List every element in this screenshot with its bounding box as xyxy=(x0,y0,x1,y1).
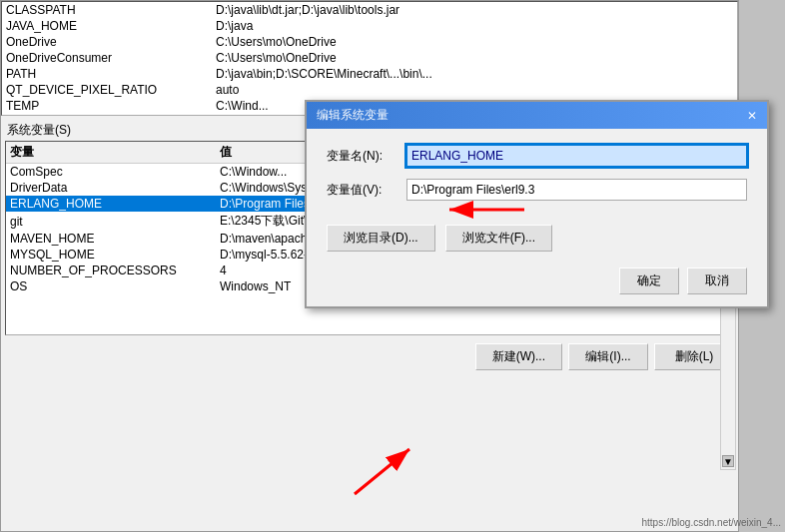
var-name-row: 变量名(N): xyxy=(327,145,747,167)
header-name: 变量 xyxy=(10,144,220,161)
var-name: OneDriveConsumer xyxy=(6,51,216,65)
var-name: PATH xyxy=(6,67,216,81)
var-name-input[interactable] xyxy=(406,145,747,167)
var-name: OS xyxy=(10,279,220,293)
list-item[interactable]: OneDriveConsumer C:\Users\mo\OneDrive xyxy=(2,50,737,66)
var-name: OneDrive xyxy=(6,35,216,49)
dialog-button-row: 浏览目录(D)... 浏览文件(F)... xyxy=(307,225,767,264)
ok-button[interactable]: 确定 xyxy=(619,267,679,294)
list-item[interactable]: QT_DEVICE_PIXEL_RATIO auto xyxy=(2,82,737,98)
scroll-down-btn[interactable]: ▼ xyxy=(722,455,734,467)
var-name: git xyxy=(10,215,220,229)
watermark: https://blog.csdn.net/weixin_4... xyxy=(641,517,781,528)
new-button[interactable]: 新建(W)... xyxy=(475,343,562,370)
var-value: D:\java\lib\dt.jar;D:\java\lib\tools.jar xyxy=(216,3,733,17)
var-value: D:\java\bin;D:\SCORE\Minecraft\...\bin\.… xyxy=(216,67,733,81)
var-value: auto xyxy=(216,83,733,97)
var-name: MYSQL_HOME xyxy=(10,248,220,262)
var-value: C:\Users\mo\OneDrive xyxy=(216,35,733,49)
var-value-label: 变量值(V): xyxy=(327,182,406,199)
var-name: MAVEN_HOME xyxy=(10,232,220,246)
cancel-button[interactable]: 取消 xyxy=(687,267,747,294)
var-name: NUMBER_OF_PROCESSORS xyxy=(10,264,220,277)
bottom-button-row: 新建(W)... 编辑(I)... 删除(L) xyxy=(1,335,738,378)
ok-cancel-row: 确定 取消 xyxy=(307,264,767,306)
dialog-title-text: 编辑系统变量 xyxy=(317,107,389,124)
var-name-label: 变量名(N): xyxy=(327,148,406,165)
var-name: TEMP xyxy=(6,99,216,113)
var-name: JAVA_HOME xyxy=(6,19,216,33)
var-value-input[interactable] xyxy=(406,179,747,201)
dialog-body: 变量名(N): 变量值(V): xyxy=(307,129,767,225)
var-name: ComSpec xyxy=(10,165,220,179)
browse-file-button[interactable]: 浏览文件(F)... xyxy=(445,225,552,252)
edit-dialog: 编辑系统变量 ✕ 变量名(N): 变量值(V): 浏览目录(D)... 浏览文件… xyxy=(305,100,769,308)
close-icon[interactable]: ✕ xyxy=(747,109,757,123)
browse-dir-button[interactable]: 浏览目录(D)... xyxy=(327,225,435,252)
var-name: DriverData xyxy=(10,181,220,195)
var-value-row: 变量值(V): xyxy=(327,179,747,201)
list-item[interactable]: PATH D:\java\bin;D:\SCORE\Minecraft\...\… xyxy=(2,66,737,82)
var-name: ERLANG_HOME xyxy=(10,197,220,211)
list-item[interactable]: CLASSPATH D:\java\lib\dt.jar;D:\java\lib… xyxy=(2,2,737,18)
edit-button[interactable]: 编辑(I)... xyxy=(568,343,648,370)
var-name: QT_DEVICE_PIXEL_RATIO xyxy=(6,83,216,97)
user-vars-list[interactable]: CLASSPATH D:\java\lib\dt.jar;D:\java\lib… xyxy=(1,1,738,116)
var-value: C:\Users\mo\OneDrive xyxy=(216,51,733,65)
var-value: D:\java xyxy=(216,19,733,33)
var-name: CLASSPATH xyxy=(6,3,216,17)
list-item[interactable]: JAVA_HOME D:\java xyxy=(2,18,737,34)
list-item[interactable]: OneDrive C:\Users\mo\OneDrive xyxy=(2,34,737,50)
dialog-titlebar: 编辑系统变量 ✕ xyxy=(307,102,767,129)
